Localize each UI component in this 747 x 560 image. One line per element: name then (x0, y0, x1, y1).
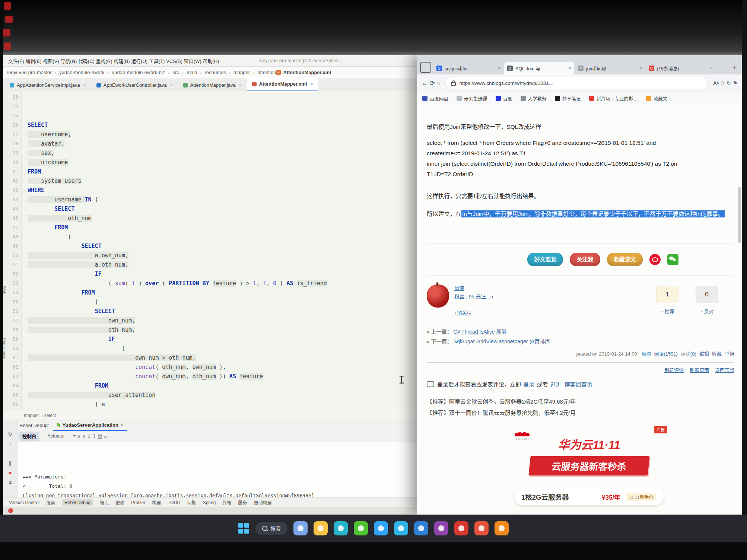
toolbar-icon[interactable]: ≡ (73, 433, 76, 439)
home-link[interactable]: 博客园首页 (565, 381, 592, 388)
close-tab-icon[interactable]: × (639, 66, 642, 71)
taskbar-app-icon[interactable] (354, 521, 368, 535)
taskbar-app-icon[interactable] (495, 521, 509, 535)
browser-tab[interactable]: C (15条消息) × (646, 62, 716, 74)
login-link[interactable]: 登录 (523, 381, 534, 388)
close-tab-icon[interactable]: × (170, 83, 173, 88)
bookmark-item[interactable]: 百度网盘 (422, 95, 448, 102)
bookmark-item[interactable]: 研究生选课 (457, 95, 487, 102)
posted-meta-link[interactable]: 收藏 (712, 351, 722, 357)
menu-item[interactable]: 构建(B) (114, 58, 130, 64)
browser-action-icon[interactable]: Aᵃ (713, 80, 719, 86)
weibo-share-icon[interactable] (649, 254, 661, 265)
ad-product-row[interactable]: 1核2G云服务器 ¥35/年 11.11到手价 (515, 488, 664, 505)
status-bar-item[interactable]: Profiler (131, 500, 145, 505)
status-bar-item[interactable]: Rebel Debug (62, 499, 93, 506)
promo-link[interactable]: 【推荐】双十一同价！腾讯云云服务器抢先购，低至4.2元/月 (427, 407, 734, 419)
comment-toolbar-link[interactable]: 返回顶部 (715, 368, 734, 373)
toolbar-icon[interactable]: ↧ (92, 433, 96, 439)
status-bar-item[interactable]: 依赖 (115, 499, 124, 506)
toolbar-icon[interactable]: ≣ (104, 433, 108, 439)
bookmark-item[interactable]: 新片场 - 专业的影… (589, 95, 638, 102)
status-bar-item[interactable]: 端点 (100, 499, 109, 506)
posted-meta-link[interactable]: 举报 (725, 351, 734, 357)
status-bar-item[interactable]: Spring (203, 500, 216, 505)
upvote-button[interactable]: 推荐 (656, 308, 678, 315)
post-action-button[interactable]: 好文要顶 (527, 253, 563, 266)
toolbar-icon[interactable]: ∨ (82, 433, 86, 439)
breadcrumb-item[interactable]: ruoyi-vue-pro-master (7, 70, 59, 75)
close-tab-icon[interactable]: × (498, 66, 500, 71)
console-tab[interactable]: 控制台 (19, 432, 39, 441)
bookmark-item[interactable]: 百度 (496, 95, 512, 102)
status-bar-item[interactable]: 问题 (187, 499, 196, 506)
bookmark-item[interactable]: 收藏夹 (646, 95, 668, 102)
taskbar-search[interactable]: 搜索 (255, 522, 287, 535)
run-config-tab[interactable]: YudaoServerApplication × (53, 420, 127, 431)
taskbar-app-icon[interactable] (474, 521, 489, 535)
post-action-button[interactable]: 收藏该文 (607, 253, 643, 266)
avatar[interactable] (427, 284, 449, 308)
comment-toolbar-link[interactable]: 刷新页面 (690, 368, 709, 373)
menu-item[interactable]: 代码(C) (78, 58, 95, 64)
start-button[interactable] (238, 523, 249, 534)
editor-tab[interactable]: AttentionMapper.xml × (247, 77, 318, 92)
menu-item[interactable]: 重构(R) (96, 58, 112, 64)
tool-window-label[interactable]: Web (3, 286, 7, 294)
follow-link[interactable]: +加关注 (454, 309, 493, 317)
taskbar-app-icon[interactable] (374, 521, 388, 535)
browser-action-icon[interactable]: ⚑ (732, 80, 737, 86)
debug-action-icon[interactable]: ∥ (9, 460, 12, 466)
breadcrumb-item[interactable]: mapper (233, 70, 257, 75)
debug-action-icon[interactable]: ↑ (9, 441, 12, 447)
status-bar-item[interactable]: 构建 (152, 499, 161, 506)
tool-window-label[interactable]: Persistence (3, 338, 7, 359)
nav-icon[interactable]: ⌂ (436, 80, 440, 87)
status-bar-item[interactable]: 服务 (238, 499, 247, 506)
taskbar-app-icon[interactable] (314, 521, 328, 535)
debug-action-icon[interactable]: ■ (9, 470, 12, 476)
breadcrumb-item[interactable]: src (172, 70, 187, 75)
taskbar-app-icon[interactable] (394, 521, 408, 535)
posted-meta-link[interactable]: 编辑 (699, 351, 709, 357)
breadcrumb-item[interactable]: resources (205, 70, 233, 75)
downvote-button[interactable]: 反对 (696, 308, 718, 315)
breadcrumb-item[interactable]: yudao-module-ework-biz (112, 70, 173, 75)
tab-actions-icon[interactable] (420, 62, 431, 73)
breadcrumb-item[interactable]: main (187, 70, 205, 75)
breadcrumb-item[interactable]: mapper (24, 413, 43, 418)
menu-item[interactable]: 窗口(W) (184, 58, 201, 64)
new-tab-button[interactable]: + (730, 63, 740, 72)
author-stats[interactable]: 粉丝 - 95 关注 - 5 (454, 294, 493, 299)
post-action-button[interactable]: 关注我 (570, 253, 600, 266)
status-bar-item[interactable]: TODO (168, 500, 180, 505)
bookmark-item[interactable]: 大学教务 (521, 95, 547, 102)
breadcrumb-item[interactable]: yudao-module-ework (59, 70, 112, 75)
menu-item[interactable]: 帮助(H) (203, 58, 219, 64)
author-name-link[interactable]: 风浪 (454, 286, 464, 291)
status-bar-item[interactable]: 终端 (222, 499, 231, 506)
menu-item[interactable]: 视图(V) (43, 58, 59, 64)
posted-meta-link[interactable]: 评论(0) (681, 351, 696, 357)
menu-item[interactable]: 运行(U) (131, 58, 147, 64)
debug-action-icon[interactable]: ↓ (9, 451, 12, 456)
taskbar-app-icon[interactable] (434, 521, 448, 535)
huawei-ad[interactable]: HUAWEI 广告 华为云11·11 云服务器新客秒杀 1核2G云服务器 ¥35… (515, 428, 664, 515)
bookmark-item[interactable]: 共享笔记 (555, 95, 581, 102)
nav-icon[interactable]: ⟳ (429, 80, 435, 87)
close-tab-icon[interactable]: × (239, 83, 242, 88)
ad-product-row[interactable]: 2核4G2M云服务器 ¥116 买1月赠1年 (515, 511, 664, 515)
browser-tab[interactable]: Q SQL Join 与 × (504, 62, 574, 74)
debug-action-icon[interactable]: ↻ (8, 431, 12, 437)
toolbar-icon[interactable]: ∧ (77, 433, 81, 439)
close-tab-icon[interactable]: × (83, 83, 86, 88)
close-tab-icon[interactable]: × (310, 82, 313, 87)
menu-item[interactable]: 工具(T) (149, 58, 165, 64)
actuator-tab[interactable]: Actuator (45, 432, 68, 440)
browser-action-icon[interactable]: ☆ (720, 80, 725, 86)
status-bar-item[interactable]: Version Control (9, 500, 39, 505)
breadcrumb-file[interactable]: x AttentionMapper.xml (276, 70, 331, 75)
breadcrumb-item[interactable]: attention (258, 70, 276, 75)
menu-item[interactable]: 导航(N) (60, 58, 77, 64)
editor-tab[interactable]: AttentionMapper.java × (178, 79, 247, 92)
